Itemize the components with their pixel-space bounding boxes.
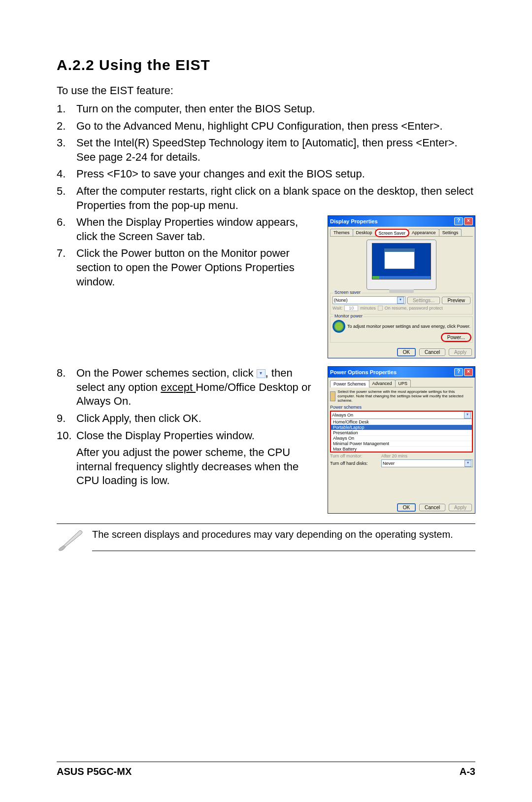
resume-label: On resume, password protect bbox=[385, 306, 443, 311]
apply-button[interactable]: Apply bbox=[449, 504, 472, 511]
step-text: Turn on the computer, then enter the BIO… bbox=[76, 102, 475, 116]
intro-text: To use the EIST feature: bbox=[57, 84, 475, 97]
dropdown-icon: ▾ bbox=[257, 369, 266, 378]
apply-button[interactable]: Apply bbox=[449, 349, 472, 356]
step-number: 6. bbox=[57, 215, 76, 244]
footer-page-number: A-3 bbox=[460, 766, 475, 777]
step-number: 10. bbox=[57, 429, 76, 443]
chevron-down-icon: ▾ bbox=[465, 460, 471, 467]
close-button[interactable]: × bbox=[464, 368, 473, 376]
tab-screensaver[interactable]: Screen Saver bbox=[375, 229, 409, 237]
settings-button[interactable]: Settings... bbox=[407, 297, 440, 304]
step-number: 2. bbox=[57, 119, 76, 134]
list-item[interactable]: Max Battery bbox=[331, 446, 472, 452]
preview-button[interactable]: Preview bbox=[442, 297, 470, 304]
after-text: After you adjust the power scheme, the C… bbox=[57, 446, 318, 488]
monitor-preview bbox=[366, 240, 436, 290]
wait-units: minutes bbox=[360, 306, 376, 311]
list-item[interactable]: Minimal Power Management bbox=[331, 441, 472, 446]
monitor-power-label: Monitor power bbox=[333, 314, 364, 318]
chevron-down-icon: ▾ bbox=[397, 297, 404, 304]
tab-advanced[interactable]: Advanced bbox=[369, 380, 396, 387]
steps-list-b: 6.When the Display Properties window app… bbox=[57, 215, 318, 289]
cancel-button[interactable]: Cancel bbox=[419, 504, 445, 511]
screensaver-select[interactable]: (None)▾ bbox=[332, 296, 405, 304]
list-item[interactable]: Portable/Laptop bbox=[331, 424, 472, 430]
tab-ups[interactable]: UPS bbox=[395, 380, 411, 387]
step-number: 3. bbox=[57, 136, 76, 164]
turnoff-monitor-value: After 20 mins bbox=[381, 453, 407, 458]
screensaver-group-label: Screen saver bbox=[333, 290, 362, 295]
steps-list-c: 8. On the Power schemes section, click ▾… bbox=[57, 366, 318, 443]
tab-appearance[interactable]: Appearance bbox=[408, 229, 439, 236]
cancel-button[interactable]: Cancel bbox=[419, 349, 445, 356]
step-text: Click Apply, then click OK. bbox=[76, 412, 318, 426]
step-number: 9. bbox=[57, 412, 76, 426]
energystar-icon bbox=[332, 320, 345, 333]
power-schemes-desc: Select the power scheme with the most ap… bbox=[337, 389, 473, 403]
list-item[interactable]: Presentation bbox=[331, 430, 472, 435]
power-options-dialog: Power Options Properties ? × Power Schem… bbox=[328, 366, 475, 514]
dialog-title: Power Options Properties bbox=[330, 369, 397, 375]
power-button[interactable]: Power... bbox=[442, 334, 470, 341]
help-button[interactable]: ? bbox=[454, 368, 463, 376]
turnoff-monitor-label: Turn off monitor: bbox=[330, 453, 379, 458]
step-text: On the Power schemes section, click ▾, t… bbox=[76, 366, 318, 409]
footer-product: ASUS P5GC-MX bbox=[57, 766, 132, 777]
close-button[interactable]: × bbox=[464, 217, 473, 225]
turnoff-hd-label: Turn off hard disks: bbox=[330, 461, 379, 466]
step-text: When the Display Properties window appea… bbox=[76, 215, 318, 244]
step-text: After the computer restarts, right click… bbox=[76, 184, 475, 212]
steps-list: 1.Turn on the computer, then enter the B… bbox=[57, 102, 475, 212]
wait-value[interactable]: 10 bbox=[344, 305, 358, 311]
step-text: Click the Power button on the Monitor po… bbox=[76, 246, 318, 289]
step-number: 8. bbox=[57, 366, 76, 409]
resume-checkbox[interactable] bbox=[378, 306, 383, 311]
section-heading: A.2.2 Using the EIST bbox=[57, 57, 475, 73]
power-plug-icon bbox=[330, 391, 335, 401]
chevron-down-icon: ▾ bbox=[464, 412, 471, 418]
monitor-power-text: To adjust monitor power settings and sav… bbox=[347, 324, 470, 329]
tab-power-schemes[interactable]: Power Schemes bbox=[330, 380, 369, 387]
power-schemes-label: Power schemes bbox=[330, 405, 473, 410]
step-text: Press <F10> to save your changes and exi… bbox=[76, 167, 475, 181]
turnoff-hd-select[interactable]: Never▾ bbox=[381, 459, 473, 467]
tab-strip: Themes Desktop Screen Saver Appearance S… bbox=[330, 229, 473, 237]
ok-button[interactable]: OK bbox=[397, 348, 416, 356]
step-text: Close the Display Properties window. bbox=[76, 429, 318, 443]
help-button[interactable]: ? bbox=[454, 217, 463, 225]
step-number: 7. bbox=[57, 246, 76, 289]
page-footer: ASUS P5GC-MX A-3 bbox=[57, 762, 475, 777]
tab-themes[interactable]: Themes bbox=[330, 229, 353, 236]
display-properties-dialog: Display Properties ? × Themes Desktop Sc… bbox=[328, 215, 475, 358]
step-text: Go to the Advanced Menu, highlight CPU C… bbox=[76, 119, 475, 134]
power-schemes-listbox[interactable]: Always On▾ Home/Office Desk Portable/Lap… bbox=[330, 411, 473, 453]
step-number: 4. bbox=[57, 167, 76, 181]
list-item[interactable]: Always On bbox=[331, 435, 472, 441]
tab-settings[interactable]: Settings bbox=[439, 229, 462, 236]
tab-desktop[interactable]: Desktop bbox=[353, 229, 376, 236]
wait-label: Wait: bbox=[332, 306, 342, 311]
ok-button[interactable]: OK bbox=[397, 503, 416, 512]
step-text: Set the Intel(R) SpeedStep Technology it… bbox=[76, 136, 475, 164]
list-item[interactable]: Home/Office Desk bbox=[331, 419, 472, 424]
note-text: The screen displays and procedures may v… bbox=[92, 529, 475, 551]
step-number: 5. bbox=[57, 184, 76, 212]
step-number: 1. bbox=[57, 102, 76, 116]
tab-strip: Power Schemes Advanced UPS bbox=[330, 380, 473, 387]
dialog-title: Display Properties bbox=[330, 218, 378, 224]
note-icon bbox=[57, 529, 86, 551]
